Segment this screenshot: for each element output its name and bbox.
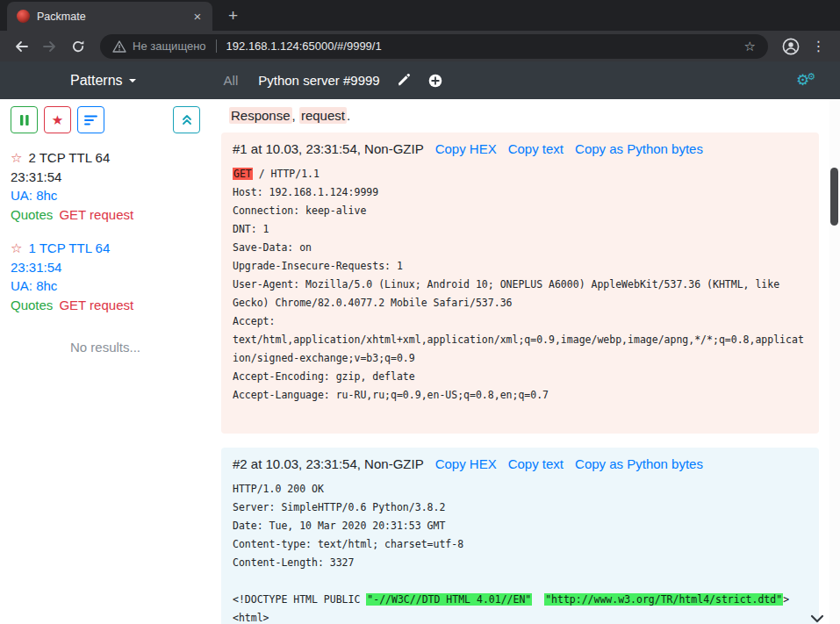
stream-title: 2 TCP TTL 64 (28, 148, 110, 168)
copy-hex-button[interactable]: Copy HEX (435, 456, 497, 471)
packet-line: Date: Tue, 10 Mar 2020 20:31:53 GMT (233, 517, 808, 535)
text-run: Accept-Language: ru-RU,ru;q=0.9,en-US;q=… (233, 389, 549, 401)
back-icon (14, 39, 29, 54)
packet-header: #1 at 10.03, 23:31:54, Non-GZIP (233, 141, 424, 156)
reload-icon (71, 39, 85, 54)
packet-line: <html> (233, 609, 808, 624)
pattern-tag-quotes: Quotes (11, 205, 53, 225)
profile-avatar-button[interactable] (778, 33, 803, 59)
edit-pattern-button[interactable] (398, 74, 411, 87)
text-run: Host: 192.168.1.124:9999 (233, 186, 378, 198)
back-button[interactable] (9, 33, 34, 59)
scrollbar-thumb[interactable] (830, 168, 838, 226)
pause-capture-button[interactable] (11, 106, 38, 133)
packmate-favicon-icon (17, 10, 30, 23)
text-run: Connection: keep-alive (233, 204, 366, 217)
copy-text-button[interactable]: Copy text (508, 456, 564, 471)
browser-tab[interactable]: Packmate × (7, 2, 212, 31)
avatar-icon (782, 38, 800, 55)
stream-list-item[interactable]: ☆ 2 TCP TTL 64 23:31:54 UA: 8hc Quotes G… (11, 148, 200, 224)
packet-line: HTTP/1.0 200 OK (233, 480, 808, 498)
tab-current-pattern[interactable]: Python server #9999 (258, 73, 379, 88)
favorites-filter-button[interactable]: ★ (44, 106, 71, 133)
packet-line: Accept-Language: ru-RU,ru;q=0.9,en-US;q=… (233, 386, 808, 405)
favorite-star-icon[interactable]: ☆ (11, 239, 22, 258)
packet-line: Gecko) Chrome/82.0.4077.2 Mobile Safari/… (233, 294, 808, 312)
pattern-match: "-//W3C//DTD HTML 4.01//EN" (366, 593, 532, 606)
filter-lines-icon (84, 114, 97, 126)
tab-close-button[interactable]: × (190, 9, 205, 25)
packet-line: DNT: 1 (233, 220, 808, 239)
packet-line: GET / HTTP/1.1 (233, 165, 808, 183)
text-run: Server: SimpleHTTP/0.6 Python/3.8.2 (233, 501, 445, 513)
packet-line: text/html,application/xhtml+xml,applicat… (233, 331, 808, 349)
caret-down-icon (129, 79, 136, 86)
pattern-match: GET (233, 168, 253, 180)
text-run: Accept-Encoding: gzip, deflate (233, 370, 415, 383)
favorite-star-icon[interactable]: ☆ (11, 148, 22, 168)
security-chip[interactable]: Не защищено (112, 39, 206, 53)
stream-user-agent: UA: 8hc (11, 186, 200, 205)
packet-line: Save-Data: on (233, 239, 808, 257)
plus-circle-icon (428, 74, 442, 88)
packet-line: Host: 192.168.1.124:9999 (233, 183, 808, 202)
security-label: Не защищено (133, 39, 206, 53)
page-content: ★ ☆ 2 TCP TTL 64 23:31:54 UA: 8hc Quotes (0, 99, 840, 624)
scroll-to-bottom-button[interactable] (810, 614, 824, 623)
packet-line: Content-type: text/html; charset=utf-8 (233, 535, 808, 554)
star-icon: ★ (52, 112, 63, 128)
pattern-legend: Response, request. (229, 108, 819, 123)
settings-button[interactable]: ⚙ ⚙ (796, 73, 815, 88)
pattern-match: Response (229, 107, 292, 124)
text-run (532, 593, 544, 606)
pencil-icon (398, 74, 411, 87)
bookmark-star-button[interactable]: ☆ (743, 39, 757, 54)
packet-line: Server: SimpleHTTP/0.6 Python/3.8.2 (233, 498, 808, 517)
text-run: <!DOCTYPE HTML PUBLIC (233, 593, 366, 606)
packet-line: Accept-Encoding: gzip, deflate (233, 368, 808, 386)
browser-tab-bar: Packmate × + (0, 0, 840, 31)
reload-button[interactable] (65, 33, 90, 59)
pattern-match: "http://www.w3.org/TR/html4/strict.dtd" (544, 593, 783, 606)
packet-line: Connection: keep-alive (233, 202, 808, 220)
copy-python-bytes-button[interactable]: Copy as Python bytes (575, 141, 703, 156)
no-results-message: No results... (11, 340, 200, 355)
stream-user-agent: UA: 8hc (11, 276, 200, 296)
tab-all-streams[interactable]: All (224, 73, 239, 88)
collapse-sidebar-button[interactable] (173, 106, 200, 133)
forward-button[interactable] (37, 33, 62, 59)
forward-icon (42, 39, 57, 54)
packet-line: Upgrade-Insecure-Requests: 1 (233, 257, 808, 276)
browser-menu-button[interactable]: ⋮ (806, 33, 831, 59)
new-tab-button[interactable]: + (228, 7, 238, 24)
copy-text-button[interactable]: Copy text (508, 141, 564, 156)
packet-line: Accept: (233, 312, 808, 331)
stream-filter-button[interactable] (77, 106, 104, 133)
text-run: Gecko) Chrome/82.0.4077.2 Mobile Safari/… (233, 297, 513, 309)
omnibox-divider (216, 39, 217, 53)
stream-timestamp: 23:31:54 (11, 258, 200, 277)
text-run: Upgrade-Insecure-Requests: 1 (233, 260, 403, 272)
text-run: DNT: 1 (233, 223, 269, 235)
security-warning-icon (112, 40, 126, 53)
copy-python-bytes-button[interactable]: Copy as Python bytes (575, 456, 703, 471)
add-pattern-button[interactable] (428, 74, 442, 88)
copy-hex-button[interactable]: Copy HEX (435, 141, 497, 156)
browser-window: Packmate × + Не защищено 192.168.1.124:6… (0, 0, 840, 624)
patterns-dropdown[interactable]: Patterns (70, 73, 136, 89)
stream-title: 1 TCP TTL 64 (28, 239, 110, 258)
text-run: Date: Tue, 10 Mar 2020 20:31:53 GMT (233, 520, 445, 532)
stream-list-item[interactable]: ☆ 1 TCP TTL 64 23:31:54 UA: 8hc Quotes G… (11, 239, 200, 314)
packet-line: <!DOCTYPE HTML PUBLIC "-//W3C//DTD HTML … (233, 591, 808, 609)
text-run: Content-type: text/html; charset=utf-8 (233, 538, 463, 550)
packet-line (233, 572, 808, 591)
address-bar[interactable]: Не защищено 192.168.1.124:65000/#/9999/1… (100, 34, 768, 59)
url-text: 192.168.1.124:65000/#/9999/1 (226, 39, 736, 53)
text-run: . (347, 108, 350, 123)
sidebar-toolbar: ★ (11, 106, 200, 133)
scrollbar (829, 99, 840, 624)
chevron-double-up-icon (181, 113, 193, 126)
pause-icon (19, 114, 30, 126)
packet-line: User-Agent: Mozilla/5.0 (Linux; Android … (233, 276, 808, 294)
text-run: > (783, 593, 789, 606)
